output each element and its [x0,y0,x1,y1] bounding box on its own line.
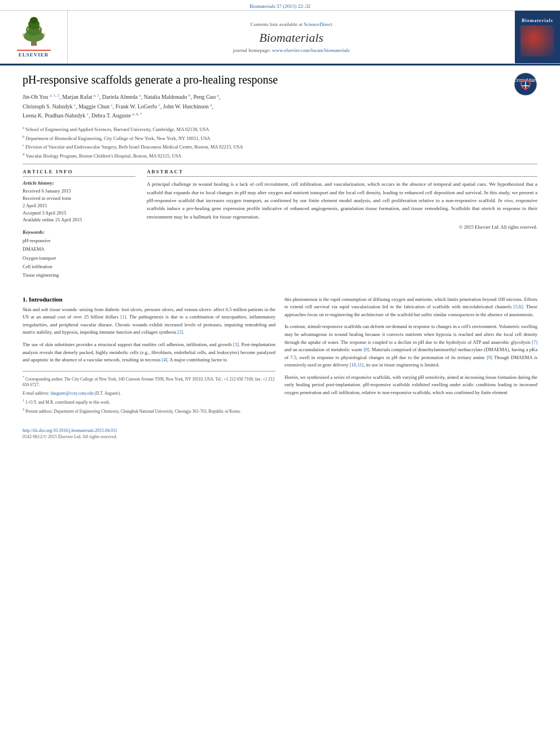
keywords-title: Keywords: [23,229,135,235]
biomaterials-badge: Biomaterials [518,15,557,59]
right-para-1: this phenomenon is the rapid consumption… [285,296,537,319]
article-title: pH-responsive scaffolds generate a pro-h… [23,72,537,87]
page: Biomaterials 57 (2015) 22–32 [0,0,560,439]
journal-header-center: Contents lists available at ScienceDirec… [68,11,515,63]
right-para-2: In contrast, stimuli-responsive scaffold… [285,323,537,369]
main-content: CrossMark pH-responsive scaffolds genera… [0,65,560,421]
authors: Jin-Oh You a, 1, 2, Marjan Rafat a, 1, D… [23,93,537,120]
sciencedirect-link[interactable]: ScienceDirect [304,21,332,27]
copyright: © 2015 Elsevier Ltd. All rights reserved… [147,224,537,230]
svg-rect-6 [43,33,45,37]
svg-rect-7 [27,28,29,30]
received-revised: Received in revised form2 April 2015 [23,195,135,209]
keywords-list: pH-responsive DMAEMA Oxygen transport Ce… [23,237,135,279]
homepage-url[interactable]: www.elsevier.com/locate/biomaterials [272,47,349,53]
homepage-label: journal homepage: [233,47,271,53]
crossmark-container: CrossMark [514,72,537,97]
footnote-1: 1 J.-O.Y. and M.R. contributed equally t… [23,398,275,405]
biomaterials-badge-container: Biomaterials [515,11,560,63]
journal-title: Biomaterials [259,30,323,45]
footnote-star: * Corresponding author. The City College… [23,375,275,388]
left-column: 1. Introduction Skin and soft tissue wou… [23,296,275,416]
available-date: Available online 21 April 2015 [23,216,135,224]
keyword-5: Tissue engineering [23,271,135,279]
journal-citation: Biomaterials 57 (2015) 22–32 [250,3,310,9]
affiliation-c: c Division of Vascular and Endovascular … [23,142,537,151]
page-footer: http://dx.doi.org/10.1016/j.biomaterials… [0,428,560,439]
keyword-3: Oxygen transport [23,254,135,263]
header-banner: ELSEVIER Contents lists available at Sci… [0,10,560,64]
main-columns: 1. Introduction Skin and soft tissue wou… [23,296,537,416]
affiliation-b: b Department of Biomedical Engineering, … [23,134,537,142]
badge-image [520,25,554,56]
author-leena: Leena K. Pradhan-Nabzdyk c, Debra T. Aug… [23,112,142,119]
intro-para-2: The use of skin substitutes provides a s… [23,341,275,364]
svg-rect-5 [23,33,24,37]
abstract-text: A principal challenge in wound healing i… [147,180,537,221]
right-column: this phenomenon is the rapid consumption… [285,296,537,416]
footnote-email: E-mail address: dauguste@ccny.cuny.edu (… [23,390,275,396]
keyword-1: pH-responsive [23,237,135,245]
elsevier-logo-container: ELSEVIER [0,11,68,63]
author-jin: Jin-Oh You a, 1, 2, Marjan Rafat a, 1, D… [23,94,220,100]
footnotes: * Corresponding author. The City College… [23,371,275,414]
elsevier-logo: ELSEVIER [17,16,51,58]
keywords-section: Keywords: pH-responsive DMAEMA Oxygen tr… [23,229,135,279]
abstract-section: ABSTRACT A principal challenge in wound … [147,169,537,285]
article-info-heading: ARTICLE INFO [23,169,135,177]
svg-rect-8 [39,28,41,30]
intro-heading-text: 1. Introduction [23,296,63,303]
right-para-3: Herein, we synthesized a series of respo… [285,374,537,397]
history-title: Article history: [23,180,135,186]
footnote-2: 2 Present address: Department of Enginee… [23,407,275,414]
keyword-4: Cell infiltration [23,263,135,271]
received-date: Received 6 January 2015 [23,187,135,195]
author-christoph: Christoph S. Nabzdyk c, Maggie Chun c, F… [23,103,213,110]
section-divider-1 [23,164,537,164]
contents-label: Contents lists available at [251,21,303,27]
history-section: Article history: Received 6 January 2015… [23,180,135,224]
crossmark-icon: CrossMark [514,72,537,96]
intro-para-1: Skin and soft tissue wounds -arising fro… [23,306,275,337]
intro-heading: 1. Introduction [23,296,275,303]
keyword-2: DMAEMA [23,245,135,254]
journal-homepage: journal homepage: www.elsevier.com/locat… [233,47,350,53]
abstract-heading: ABSTRACT [147,169,537,177]
elsevier-tree-icon [17,16,51,47]
elsevier-label: ELSEVIER [17,50,51,58]
doi-link[interactable]: http://dx.doi.org/10.1016/j.biomaterials… [23,428,537,433]
affiliation-a: a School of Engineering and Applied Scie… [23,125,537,133]
journal-reference: Biomaterials 57 (2015) 22–32 [0,0,560,10]
issn-text: 0142-9612/© 2015 Elsevier Ltd. All right… [23,434,537,439]
accepted-date: Accepted 3 April 2015 [23,209,135,217]
affiliations: a School of Engineering and Applied Scie… [23,125,537,159]
email-link[interactable]: dauguste@ccny.cuny.edu [51,391,94,396]
affiliation-d: d Vascular Biology Program, Boston Child… [23,151,537,160]
sciencedirect-line: Contents lists available at ScienceDirec… [251,21,333,27]
article-body: ARTICLE INFO Article history: Received 6… [23,169,537,285]
article-info: ARTICLE INFO Article history: Received 6… [23,169,135,285]
badge-title: Biomaterials [520,18,554,23]
svg-point-4 [30,17,38,24]
